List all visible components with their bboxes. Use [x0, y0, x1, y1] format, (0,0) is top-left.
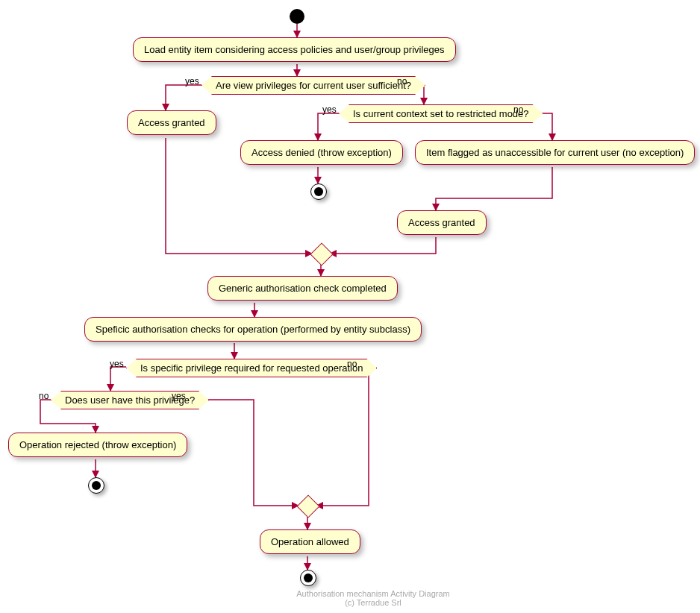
decision-view-privileges: Are view privileges for current user suf…: [201, 76, 425, 95]
edge-label-yes: yes: [185, 76, 199, 87]
end-node: [300, 570, 316, 586]
activity-label: Access denied (throw exception): [251, 147, 392, 158]
edge-label-no: no: [397, 76, 407, 87]
activity-item-flagged: Item flagged as unaccessible for current…: [415, 140, 695, 165]
decision-label: Is current context set to restricted mod…: [353, 108, 529, 119]
activity-label: Operation rejected (throw exception): [19, 439, 176, 450]
activity-label: Generic authorisation check completed: [219, 283, 387, 294]
decision-label: Is specific privilege required for reque…: [140, 362, 363, 374]
edge-label-no: no: [347, 359, 357, 369]
activity-access-granted-1: Access granted: [127, 110, 216, 135]
edge-label-yes: yes: [322, 104, 337, 115]
decision-restricted-mode: Is current context set to restricted mod…: [339, 104, 543, 123]
activity-operation-rejected: Operation rejected (throw exception): [8, 433, 187, 457]
activity-label: Speficic authorisation checks for operat…: [96, 324, 410, 335]
diagram-footer: Authorisation mechanism Activity Diagram…: [261, 589, 485, 607]
edge-label-no: no: [39, 391, 49, 401]
end-node: [310, 183, 327, 200]
activity-label: Access granted: [138, 117, 205, 128]
edge-label-yes: yes: [172, 391, 186, 401]
footer-line: (c) Terradue Srl: [261, 598, 485, 607]
activity-generic-auth: Generic authorisation check completed: [207, 276, 398, 301]
activity-label: Operation allowed: [271, 536, 349, 547]
start-node: [290, 9, 304, 24]
footer-line: Authorisation mechanism Activity Diagram: [261, 589, 485, 598]
edge-label-yes: yes: [110, 359, 124, 369]
activity-operation-allowed: Operation allowed: [260, 529, 360, 554]
decision-specific-privilege: Is specific privilege required for reque…: [126, 359, 377, 377]
activity-label: Item flagged as unaccessible for current…: [426, 147, 684, 158]
edge-label-no: no: [513, 104, 523, 115]
activity-access-denied: Access denied (throw exception): [240, 140, 403, 165]
activity-access-granted-2: Access granted: [397, 210, 487, 235]
activity-label: Load entity item considering access poli…: [144, 44, 445, 55]
end-node: [88, 477, 104, 494]
activity-load-entity: Load entity item considering access poli…: [133, 37, 456, 62]
decision-label: Are view privileges for current user suf…: [216, 80, 411, 91]
activity-label: Access granted: [408, 217, 475, 228]
activity-specific-auth: Speficic authorisation checks for operat…: [84, 317, 422, 342]
